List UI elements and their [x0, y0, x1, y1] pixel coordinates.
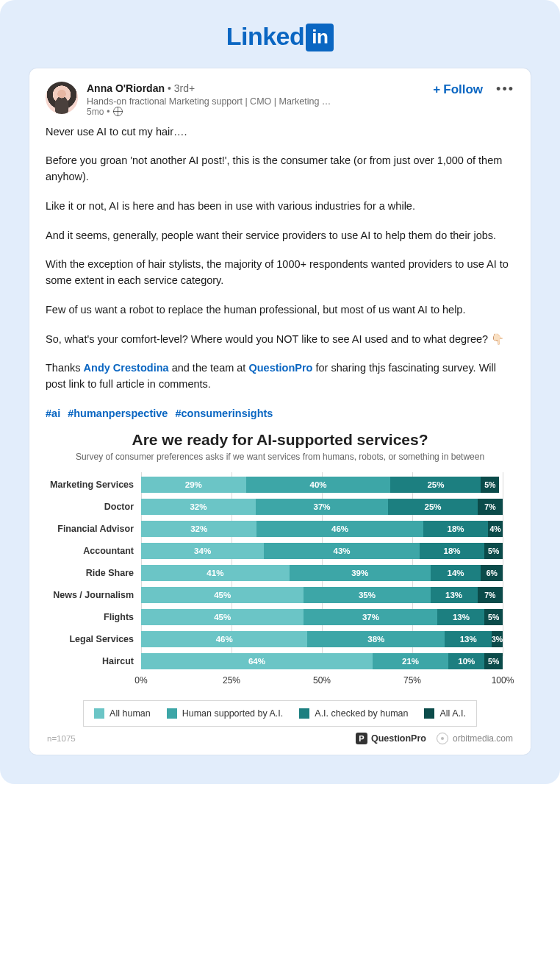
attribution-questionpro: P QuestionPro [356, 733, 426, 744]
hashtag-link[interactable]: #ai [46, 407, 60, 419]
post-header: Anna O'Riordan • 3rd+ Hands-on fractiona… [46, 82, 514, 117]
chart-row: Flights45%37%13%5% [141, 606, 503, 628]
mention-link[interactable]: Andy Crestodina [84, 362, 169, 374]
chart-bar-segment: 6% [481, 565, 503, 581]
legend-swatch [424, 708, 434, 719]
post-paragraph: Thanks Andy Crestodina and the team at Q… [46, 360, 514, 393]
hashtag-link[interactable]: #humanperspective [68, 407, 168, 419]
chart-bar-segment: 18% [420, 543, 485, 559]
chart-row-label: News / Journalism [46, 590, 138, 600]
author-degree: 3rd+ [174, 82, 195, 94]
chart-bar: 64%21%10%5% [141, 653, 503, 669]
post-meta: 5mo • [87, 107, 424, 117]
plus-icon: + [433, 82, 440, 97]
chart-row-label: Marketing Services [46, 480, 138, 490]
chart-bar-segment: 40% [246, 477, 391, 493]
chart-bar-segment: 38% [307, 631, 445, 647]
legend-swatch [94, 708, 104, 719]
chart: Are we ready for AI-supported services? … [46, 431, 514, 747]
avatar[interactable] [46, 82, 78, 114]
chart-bar-segment: 10% [448, 653, 484, 669]
legend-item: A.I. checked by human [299, 708, 408, 719]
page-frame: Linkedin Anna O'Riordan • 3rd+ Hands-on … [0, 0, 560, 784]
chart-row: Accountant34%43%18%5% [141, 540, 503, 562]
chart-row-label: Flights [46, 612, 138, 622]
post-paragraph: Few of us want a robot to replace the hu… [46, 302, 514, 318]
mention-link[interactable]: QuestionPro [248, 362, 312, 374]
post-paragraph: Never use AI to cut my hair…. [46, 124, 514, 140]
author-name[interactable]: Anna O'Riordan [87, 82, 165, 94]
globe-icon [113, 107, 123, 116]
legend-label: A.I. checked by human [315, 708, 408, 719]
chart-bar-segment: 5% [481, 477, 499, 493]
chart-bar-segment: 13% [437, 609, 484, 625]
overflow-menu-icon[interactable]: ••• [496, 82, 514, 97]
chart-bar-segment: 5% [484, 653, 503, 669]
chart-bar: 45%37%13%5% [141, 609, 503, 625]
chart-row: Marketing Services29%40%25%5% [141, 474, 503, 496]
chart-bar-segment: 32% [141, 499, 256, 515]
chart-x-axis: 0%25%50%75%100% [141, 674, 503, 690]
x-tick: 50% [313, 675, 331, 686]
chart-row: Haircut64%21%10%5% [141, 650, 503, 672]
linkedin-wordmark: Linked [226, 22, 305, 51]
post-paragraph: And it seems, generally, people want the… [46, 228, 514, 244]
chart-bar-segment: 7% [478, 499, 503, 515]
chart-bar: 32%46%18%4% [141, 521, 503, 537]
post-time: 5mo [87, 107, 104, 117]
chart-bar-segment: 21% [373, 653, 448, 669]
chart-bar-segment: 13% [445, 631, 492, 647]
chart-bar-segment: 34% [141, 543, 264, 559]
x-tick: 0% [134, 675, 147, 686]
chart-bar-segment: 43% [264, 543, 420, 559]
chart-footer: n=1075 P QuestionPro orbitmedia.com [46, 733, 514, 747]
hashtag-link[interactable]: #consumerinsights [175, 407, 273, 419]
chart-row-label: Haircut [46, 656, 138, 666]
x-tick: 75% [403, 675, 421, 686]
chart-row: Ride Share41%39%14%6% [141, 562, 503, 584]
chart-bar: 32%37%25%7% [141, 499, 503, 515]
orbitmedia-mark-icon [437, 733, 448, 744]
chart-bar-segment: 3% [492, 631, 503, 647]
questionpro-mark-icon: P [356, 733, 367, 744]
chart-bar: 45%35%13%7% [141, 587, 503, 603]
chart-bar-segment: 32% [141, 521, 256, 537]
chart-bar-segment: 37% [304, 609, 437, 625]
chart-row: Financial Advisor32%46%18%4% [141, 518, 503, 540]
chart-bar: 29%40%25%5% [141, 477, 503, 493]
chart-subtitle: Survey of consumer preferences asks if w… [46, 452, 514, 462]
legend-label: All A.I. [439, 708, 465, 719]
chart-legend: All humanHuman supported by A.I.A.I. che… [83, 700, 477, 727]
legend-label: Human supported by A.I. [182, 708, 284, 719]
chart-bar-segment: 41% [141, 565, 290, 581]
chart-bar-segment: 35% [304, 587, 430, 603]
post-paragraph: With the exception of hair stylists, the… [46, 257, 514, 289]
chart-row-label: Financial Advisor [46, 524, 138, 534]
linkedin-logo: Linkedin [29, 22, 531, 51]
post-paragraph: Before you groan 'not another AI post!',… [46, 153, 514, 185]
chart-bar-segment: 45% [141, 609, 304, 625]
chart-bar-segment: 39% [290, 565, 431, 581]
follow-label: Follow [443, 82, 483, 97]
legend-swatch [299, 708, 309, 719]
legend-label: All human [110, 708, 151, 719]
chart-bar-segment: 46% [141, 631, 307, 647]
chart-bar-segment: 29% [141, 477, 246, 493]
legend-item: Human supported by A.I. [167, 708, 284, 719]
chart-bar-segment: 5% [484, 543, 503, 559]
chart-bar-segment: 37% [256, 499, 388, 515]
post-paragraph: Like it or not, AI is here and has been … [46, 199, 514, 215]
attribution-orbitmedia: orbitmedia.com [437, 733, 513, 744]
chart-bar-segment: 13% [431, 587, 478, 603]
chart-bar-segment: 18% [423, 521, 489, 537]
legend-item: All A.I. [424, 708, 465, 719]
x-tick: 100% [492, 675, 514, 686]
follow-button[interactable]: + Follow [433, 82, 483, 97]
chart-row-label: Doctor [46, 502, 138, 512]
post-card: Anna O'Riordan • 3rd+ Hands-on fractiona… [29, 68, 531, 755]
legend-swatch [167, 708, 177, 719]
chart-n-label: n=1075 [47, 734, 76, 743]
chart-bar-segment: 45% [141, 587, 304, 603]
chart-bar-segment: 64% [141, 653, 373, 669]
chart-bar: 46%38%13%3% [141, 631, 503, 647]
